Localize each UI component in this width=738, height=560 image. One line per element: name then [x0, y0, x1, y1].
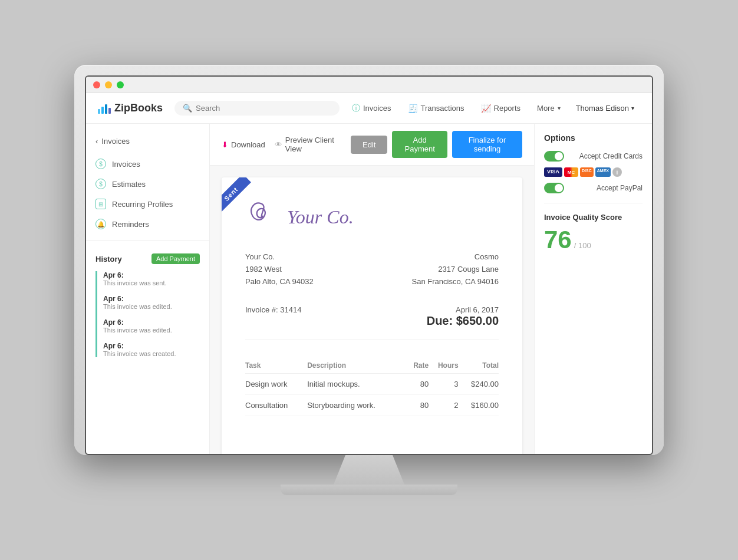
amex-icon: AMEX [595, 167, 611, 177]
user-name: Thomas Edison [576, 104, 629, 113]
nav-item-more[interactable]: More ▾ [530, 100, 568, 116]
row1-task: Design work [245, 374, 307, 395]
estimates-nav-icon: $ [95, 179, 106, 189]
table-row: Design work Initial mockups. 80 3 $240.0… [245, 374, 499, 395]
nav-item-reports[interactable]: 📈 Reports [474, 100, 528, 117]
history-header: History Add Payment [95, 253, 200, 264]
row2-rate: 80 [406, 395, 429, 416]
row1-description: Initial mockups. [307, 374, 406, 395]
row1-total: $240.00 [459, 374, 499, 395]
card-icons: VISA MC DISC AMEX i [544, 167, 643, 177]
quality-max: / 100 [574, 241, 591, 250]
titlebar [86, 77, 652, 93]
user-menu[interactable]: Thomas Edison ▾ [570, 100, 640, 116]
col-description: Description [307, 358, 406, 374]
paypal-label: Accept PayPal [597, 184, 643, 192]
search-input[interactable] [196, 104, 331, 113]
row2-total: $160.00 [459, 395, 499, 416]
logo-icon [98, 103, 111, 114]
sidebar: ‹ Invoices $ Invoices $ Estimates ⊞ Recu… [86, 124, 210, 454]
from-address: Your Co. 1982 West Palo Alto, CA 94032 [245, 251, 314, 288]
toggle-thumb [555, 152, 563, 160]
download-link[interactable]: ⬇ Download [222, 140, 265, 149]
list-item: Apr 6: This invoice was created. [103, 342, 200, 357]
logo-text: ZipBooks [114, 102, 163, 114]
history-date: Apr 6: [103, 271, 200, 279]
from-name: Your Co. [245, 251, 314, 263]
nav-item-invoices[interactable]: ⓘ Invoices [345, 100, 398, 117]
nav-reports-label: Reports [494, 104, 521, 113]
invoice-addresses: Your Co. 1982 West Palo Alto, CA 94032 C… [245, 251, 499, 288]
history-date: Apr 6: [103, 318, 200, 327]
transactions-icon: 🧾 [408, 104, 418, 113]
sidebar-reminders-label: Reminders [112, 220, 149, 229]
row2-task: Consultation [245, 395, 307, 416]
history-date: Apr 6: [103, 295, 200, 303]
quality-score: 76 / 100 [544, 228, 643, 252]
download-icon: ⬇ [222, 140, 228, 149]
col-hours: Hours [429, 358, 458, 374]
sidebar-item-reminders[interactable]: 🔔 Reminders [86, 214, 209, 234]
history-date: Apr 6: [103, 342, 200, 350]
sent-badge-text: Sent [222, 177, 251, 214]
invoice-preview: Sent Your Co. [210, 166, 534, 454]
history-desc: This invoice was created. [103, 350, 200, 357]
options-title: Options [544, 133, 643, 143]
to-name: Cosmo [412, 251, 499, 263]
reminders-nav-icon: 🔔 [95, 219, 106, 229]
paypal-option: On Accept PayPal [544, 183, 643, 193]
credit-cards-label: Accept Credit Cards [579, 152, 643, 160]
mastercard-icon: MC [564, 167, 578, 177]
invoices-icon: ⓘ [352, 103, 360, 114]
nav-more-label: More [537, 104, 555, 113]
sidebar-item-recurring[interactable]: ⊞ Recurring Profiles [86, 194, 209, 214]
right-panel: Options On Accept Credit Cards VISA MC [534, 124, 652, 454]
credit-cards-toggle-track[interactable]: On [544, 151, 564, 162]
invoice-number: Invoice #: 31414 [245, 305, 301, 314]
reports-icon: 📈 [481, 104, 491, 113]
add-payment-button[interactable]: Add Payment [392, 131, 447, 158]
list-item: Apr 6: This invoice was edited. [103, 295, 200, 310]
paypal-toggle-track[interactable]: On [544, 183, 564, 193]
discover-icon: DISC [580, 167, 594, 177]
invoice-due: April 6, 2017 Due: $650.00 [427, 305, 499, 328]
chevron-down-icon: ▾ [558, 105, 561, 111]
to-address: Cosmo 2317 Cougs Lane San Francisco, CA … [412, 251, 499, 288]
nav-item-transactions[interactable]: 🧾 Transactions [401, 100, 472, 117]
sent-badge: Sent [222, 177, 269, 225]
search-box[interactable]: 🔍 [174, 101, 340, 116]
nav-right: ⓘ Invoices 🧾 Transactions 📈 Reports More… [345, 100, 640, 117]
download-label: Download [231, 140, 265, 149]
history-section: History Add Payment Apr 6: This invoice … [86, 246, 209, 373]
add-payment-small-button[interactable]: Add Payment [151, 253, 200, 264]
quality-title: Invoice Quality Score [544, 213, 643, 222]
info-icon[interactable]: i [612, 167, 622, 177]
close-dot[interactable] [93, 81, 100, 88]
history-desc: This invoice was sent. [103, 279, 200, 286]
history-title: History [95, 255, 122, 263]
table-row: Consultation Storyboarding work. 80 2 $1… [245, 395, 499, 416]
toolbar-actions: Edit Add Payment Finalize for sending [351, 131, 522, 158]
sidebar-item-estimates[interactable]: $ Estimates [86, 174, 209, 194]
maximize-dot[interactable] [117, 81, 124, 88]
logo: ZipBooks [98, 102, 163, 114]
row1-hours: 3 [429, 374, 458, 395]
sidebar-item-invoices[interactable]: $ Invoices [86, 154, 209, 174]
list-item: Apr 6: This invoice was edited. [103, 318, 200, 334]
edit-button[interactable]: Edit [351, 136, 387, 154]
preview-link[interactable]: 👁 Preview Client View [275, 136, 341, 153]
top-navigation: ZipBooks 🔍 ⓘ Invoices 🧾 Transactions [86, 93, 652, 124]
paypal-toggle[interactable]: On [544, 183, 564, 193]
table-header: Task Description Rate Hours Total [245, 358, 499, 374]
sidebar-recurring-label: Recurring Profiles [112, 200, 173, 209]
minimize-dot[interactable] [105, 81, 112, 88]
to-address1: 2317 Cougs Lane [412, 263, 499, 276]
credit-cards-toggle[interactable]: On [544, 151, 564, 162]
sidebar-back-link[interactable]: ‹ Invoices [86, 133, 209, 149]
finalize-button[interactable]: Finalize for sending [452, 131, 522, 158]
search-icon: 🔍 [183, 104, 192, 113]
history-desc: This invoice was edited. [103, 303, 200, 310]
history-items: Apr 6: This invoice was sent. Apr 6: Thi… [95, 271, 200, 357]
row1-rate: 80 [406, 374, 429, 395]
row2-description: Storyboarding work. [307, 395, 406, 416]
